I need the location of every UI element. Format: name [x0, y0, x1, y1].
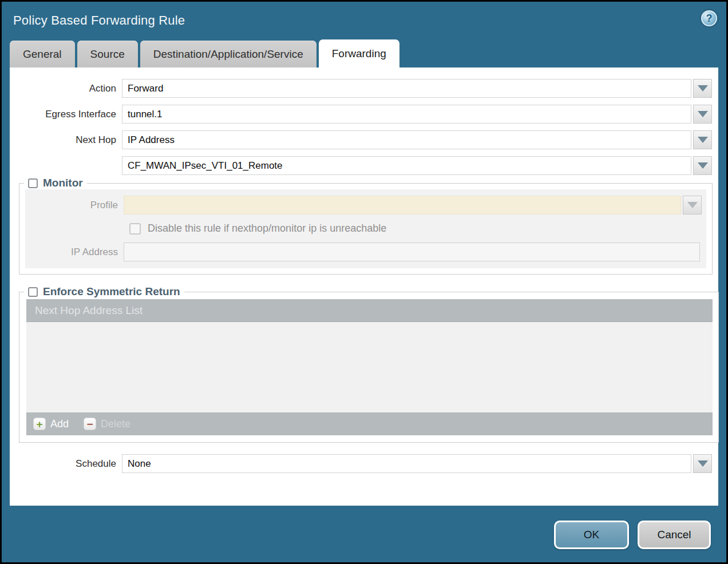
delete-button-label: Delete — [101, 418, 130, 430]
dialog-footer: OK Cancel — [2, 506, 726, 562]
dialog-titlebar: Policy Based Forwarding Rule ? — [2, 2, 726, 39]
next-hop-type-dropdown-button[interactable] — [693, 130, 712, 149]
monitor-ip-address-row: IP Address — [25, 243, 706, 261]
dropdown-arrow-icon — [698, 85, 708, 92]
enforce-symmetric-return-legend: Enforce Symmetric Return — [24, 285, 184, 298]
policy-based-forwarding-dialog: Policy Based Forwarding Rule ? General S… — [0, 0, 728, 564]
dialog-title: Policy Based Forwarding Rule — [13, 13, 185, 28]
minus-glyph: − — [86, 419, 93, 430]
monitor-profile-select[interactable] — [124, 196, 681, 215]
monitor-title: Monitor — [43, 177, 83, 189]
disable-rule-checkbox[interactable] — [129, 223, 141, 235]
egress-interface-dropdown-button[interactable] — [693, 105, 712, 124]
action-label: Action — [10, 83, 122, 94]
plus-glyph: + — [36, 419, 42, 430]
action-row: Action — [10, 79, 718, 98]
tab-general[interactable]: General — [10, 41, 75, 67]
delete-minus-icon: − — [84, 418, 96, 430]
enforce-symmetric-return-checkbox[interactable] — [28, 287, 38, 297]
enforce-symmetric-return-title: Enforce Symmetric Return — [43, 285, 180, 298]
monitor-disabled-panel: Profile Disable this rule if nexthop/mon… — [25, 189, 706, 268]
disable-rule-label: Disable this rule if nexthop/monitor ip … — [148, 223, 386, 235]
dropdown-arrow-icon — [687, 202, 698, 208]
profile-row: Profile — [25, 196, 706, 215]
monitor-ip-address-label: IP Address — [25, 247, 124, 258]
monitor-ip-address-input[interactable] — [124, 243, 700, 261]
tab-source[interactable]: Source — [77, 41, 138, 67]
next-hop-address-list-table: Next Hop Address List + Add − Delete — [26, 299, 713, 435]
delete-button[interactable]: − Delete — [84, 418, 130, 430]
schedule-select[interactable] — [122, 454, 691, 473]
ok-button[interactable]: OK — [554, 521, 629, 549]
action-select[interactable] — [122, 79, 691, 98]
next-hop-label: Next Hop — [10, 134, 122, 146]
egress-interface-row: Egress Interface — [10, 105, 718, 124]
cancel-button[interactable]: Cancel — [638, 521, 711, 549]
profile-label: Profile — [25, 200, 124, 211]
next-hop-address-select[interactable] — [122, 156, 691, 175]
next-hop-address-list-body[interactable] — [26, 322, 713, 412]
egress-interface-label: Egress Interface — [10, 109, 122, 120]
schedule-label: Schedule — [10, 458, 122, 470]
monitor-profile-dropdown-button[interactable] — [683, 196, 702, 215]
monitor-section: Monitor Profile Disable this rule if nex… — [19, 183, 713, 275]
dropdown-arrow-icon — [698, 162, 708, 169]
schedule-row: Schedule — [10, 454, 718, 473]
enforce-symmetric-return-section: Enforce Symmetric Return Next Hop Addres… — [19, 292, 719, 443]
add-plus-icon: + — [33, 418, 46, 430]
action-dropdown-button[interactable] — [693, 79, 712, 98]
tab-bar: General Source Destination/Application/S… — [10, 39, 718, 67]
next-hop-address-list-toolbar: + Add − Delete — [26, 412, 713, 435]
help-glyph: ? — [706, 13, 713, 25]
dropdown-arrow-icon — [698, 111, 708, 117]
add-button[interactable]: + Add — [33, 418, 69, 430]
disable-rule-row: Disable this rule if nexthop/monitor ip … — [129, 223, 706, 235]
tab-destination-application-service[interactable]: Destination/Application/Service — [140, 41, 316, 67]
next-hop-address-row — [10, 156, 718, 175]
add-button-label: Add — [50, 418, 69, 430]
dropdown-arrow-icon — [698, 460, 708, 467]
monitor-checkbox[interactable] — [28, 178, 38, 188]
tab-forwarding[interactable]: Forwarding — [319, 39, 399, 67]
dropdown-arrow-icon — [698, 137, 708, 143]
egress-interface-select[interactable] — [122, 105, 691, 124]
next-hop-type-select[interactable] — [122, 130, 691, 149]
monitor-legend: Monitor — [24, 177, 87, 189]
next-hop-row: Next Hop — [10, 130, 718, 149]
next-hop-address-list-header: Next Hop Address List — [26, 299, 713, 322]
schedule-dropdown-button[interactable] — [693, 454, 712, 473]
forwarding-tab-panel: Action Egress Interface Next Hop — [10, 67, 718, 506]
next-hop-address-dropdown-button[interactable] — [693, 156, 712, 175]
help-icon[interactable]: ? — [701, 10, 717, 26]
